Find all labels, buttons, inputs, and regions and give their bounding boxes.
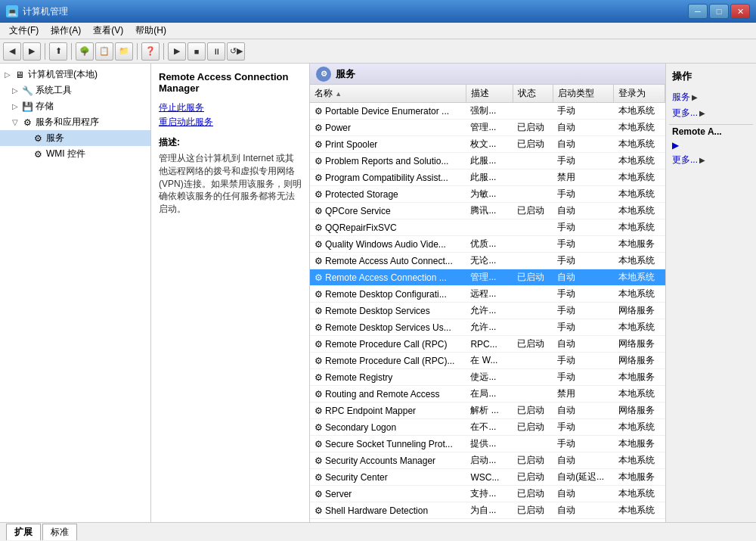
service-status-cell: 已启动 [513, 452, 553, 469]
service-startup-cell: 自动 [553, 269, 613, 286]
play-button[interactable]: ▶ [168, 42, 186, 61]
service-name-cell: ⚙Remote Desktop Services [310, 303, 466, 319]
service-login-cell: 本地系统 [614, 419, 665, 436]
table-row[interactable]: ⚙Remote Registry 使远... 手动 本地服务 [310, 369, 665, 386]
service-row-icon: ⚙ [314, 455, 323, 466]
stop-service-link[interactable]: 停止此服务 [159, 101, 302, 114]
table-row[interactable]: ⚙Remote Procedure Call (RPC) RPC... 已启动 … [310, 336, 665, 353]
service-login-cell: 本地服务 [614, 236, 665, 253]
tree-item-services-apps[interactable]: ▽ ⚙ 服务和应用程序 [0, 114, 150, 130]
service-login-cell: 本地系统 [614, 203, 665, 219]
service-row-icon: ⚙ [314, 339, 323, 350]
minimize-button[interactable]: ─ [688, 4, 708, 19]
restart-button[interactable]: ↺▶ [227, 42, 245, 61]
tab-standard[interactable]: 标准 [42, 524, 77, 540]
table-row[interactable]: ⚙Power 管理... 已启动 自动 本地系统 [310, 120, 665, 136]
tree-item-storage[interactable]: ▷ 💾 存储 [0, 98, 150, 114]
menu-view[interactable]: 查看(V) [87, 23, 129, 39]
view-button[interactable]: 📋 [95, 42, 113, 61]
menu-file[interactable]: 文件(F) [3, 23, 45, 39]
table-row[interactable]: ⚙Program Compatibility Assist... 此服... 禁… [310, 169, 665, 186]
maximize-button[interactable]: □ [709, 4, 729, 19]
app-icon: 💻 [6, 5, 18, 17]
table-row[interactable]: ⚙Security Accounts Manager 启动... 已启动 自动 … [310, 452, 665, 469]
service-desc-cell: 允许... [466, 303, 513, 319]
stop-button[interactable]: ■ [187, 42, 206, 61]
service-desc-cell: RPC... [466, 336, 513, 353]
table-row[interactable]: ⚙Remote Access Auto Connect... 无论... 手动 … [310, 253, 665, 269]
table-row[interactable]: ⚙Routing and Remote Access 在局... 禁用 本地系统 [310, 386, 665, 403]
service-login-cell: 本地系统 [614, 136, 665, 153]
table-row[interactable]: ⚙Quality Windows Audio Vide... 优质... 手动 … [310, 236, 665, 253]
table-row[interactable]: ⚙Server 支持... 已启动 自动 本地系统 [310, 486, 665, 502]
service-login-cell: 网络服务 [614, 353, 665, 369]
table-row[interactable]: ⚙RPC Endpoint Mapper 解析 ... 已启动 自动 网络服务 [310, 403, 665, 419]
service-header-icon: ⚙ [316, 67, 331, 82]
restart-service-link[interactable]: 重启动此服务 [159, 116, 302, 129]
actions-more2-label: 更多... [672, 154, 698, 166]
table-row[interactable]: ⚙Remote Access Connection ... 管理... 已启动 … [310, 269, 665, 286]
col-header-name[interactable]: 名称 ▲ [310, 85, 466, 103]
folder-button[interactable]: 📁 [115, 42, 133, 61]
table-row[interactable]: ⚙Protected Storage 为敏... 手动 本地系统 [310, 186, 665, 203]
desc-label: 描述: [159, 136, 302, 149]
table-row[interactable]: ⚙Remote Desktop Services 允许... 手动 网络服务 [310, 303, 665, 319]
service-panel-header: ⚙ 服务 [310, 64, 665, 85]
service-login-cell: 网络服务 [614, 403, 665, 419]
table-row[interactable]: ⚙Secure Socket Tunneling Prot... 提供... 手… [310, 436, 665, 452]
pause-button[interactable]: ⏸ [207, 42, 225, 61]
table-row[interactable]: ⚙Secondary Logon 在不... 已启动 手动 本地系统 [310, 419, 665, 436]
service-status-cell: 已启动 [513, 486, 553, 502]
table-row[interactable]: ⚙QPCore Service 腾讯... 已启动 自动 本地系统 [310, 203, 665, 219]
col-header-desc[interactable]: 描述 [466, 85, 513, 103]
table-row[interactable]: ⚙Portable Device Enumerator ... 强制... 手动… [310, 103, 665, 120]
tree-label-services-apps: 服务和应用程序 [36, 116, 99, 129]
toolbar-separator-1 [45, 43, 45, 60]
table-row[interactable]: ⚙Security Center WSC... 已启动 自动(延迟... 本地服… [310, 469, 665, 486]
service-row-icon: ⚙ [314, 322, 323, 333]
table-row[interactable]: ⚙Remote Procedure Call (RPC)... 在 W... 手… [310, 353, 665, 369]
service-startup-cell: 自动 [553, 203, 613, 219]
service-desc-cell: 解析 ... [466, 403, 513, 419]
service-startup-cell: 手动 [553, 353, 613, 369]
table-row[interactable]: ⚙Print Spooler 枚文... 已启动 自动 本地系统 [310, 136, 665, 153]
tree-label-wmi: WMI 控件 [46, 148, 85, 160]
service-status-cell: 已启动 [513, 203, 553, 219]
table-row[interactable]: ⚙Shell Hardware Detection 为自... 已启动 自动 本… [310, 502, 665, 519]
menu-help[interactable]: 帮助(H) [129, 23, 172, 39]
service-desc-cell: 允许... [466, 319, 513, 336]
table-row[interactable]: ⚙Problem Reports and Solutio... 此服... 手动… [310, 153, 665, 169]
actions-more2-item[interactable]: 更多... ▶ [669, 152, 753, 168]
col-header-startup[interactable]: 启动类型 [553, 85, 613, 103]
show-hide-tree-button[interactable]: 🌳 [76, 42, 94, 61]
actions-services-label: 服务 [672, 91, 690, 104]
tree-item-root[interactable]: ▷ 🖥 计算机管理(本地) [0, 67, 150, 82]
actions-more1-item[interactable]: 更多... ▶ [669, 105, 753, 121]
col-header-status[interactable]: 状态 [513, 85, 553, 103]
actions-remote-arrow-item[interactable]: ▶ [669, 138, 753, 152]
service-table-container[interactable]: 名称 ▲ 描述 状态 启动类型 登录为 ⚙Portable Device Enu… [310, 85, 665, 522]
service-name-cell: ⚙QQRepairFixSVC [310, 219, 466, 236]
menu-action[interactable]: 操作(A) [45, 23, 87, 39]
back-button[interactable]: ◀ [3, 42, 21, 61]
service-login-cell: 本地系统 [614, 502, 665, 519]
actions-panel: 操作 服务 ▶ 更多... ▶ Remote A... ▶ 更多... ▶ [665, 64, 756, 522]
help-icon-button[interactable]: ❓ [141, 42, 160, 61]
tree-item-services[interactable]: ⚙ 服务 [0, 130, 150, 146]
actions-services-item[interactable]: 服务 ▶ [669, 89, 753, 105]
close-button[interactable]: ✕ [730, 4, 750, 19]
service-row-icon: ⚙ [314, 505, 323, 516]
up-button[interactable]: ⬆ [49, 42, 67, 61]
sort-arrow-name: ▲ [335, 90, 342, 98]
table-row[interactable]: ⚙Remote Desktop Configurati... 远程... 手动 … [310, 286, 665, 303]
service-row-icon: ⚙ [314, 173, 323, 183]
forward-button[interactable]: ▶ [23, 42, 41, 61]
service-status-cell: 已启动 [513, 336, 553, 353]
table-row[interactable]: ⚙QQRepairFixSVC 手动 本地系统 [310, 219, 665, 236]
service-status-cell: 已启动 [513, 502, 553, 519]
tree-item-system[interactable]: ▷ 🔧 系统工具 [0, 82, 150, 98]
table-row[interactable]: ⚙Remote Desktop Services Us... 允许... 手动 … [310, 319, 665, 336]
tab-expand[interactable]: 扩展 [6, 524, 41, 540]
tree-item-wmi[interactable]: ⚙ WMI 控件 [0, 146, 150, 162]
col-header-login[interactable]: 登录为 [614, 85, 665, 103]
